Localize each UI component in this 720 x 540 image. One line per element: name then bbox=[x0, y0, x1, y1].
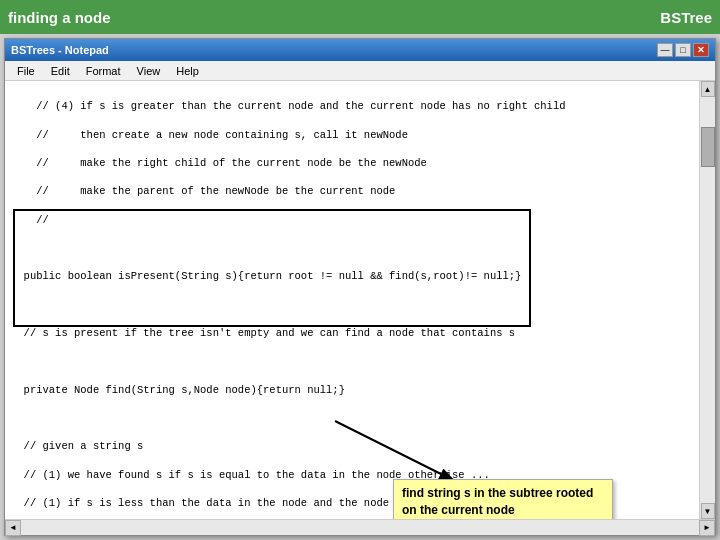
code-line: // (4) if s is greater than the current … bbox=[11, 99, 693, 113]
menu-file[interactable]: File bbox=[9, 63, 43, 79]
menu-view[interactable]: View bbox=[129, 63, 169, 79]
callout-text: find string s in the subtree rooted on t… bbox=[402, 486, 593, 517]
scroll-up-arrow[interactable]: ▲ bbox=[701, 81, 715, 97]
code-line: // make the parent of the newNode be the… bbox=[11, 184, 693, 198]
code-line bbox=[11, 298, 693, 312]
top-header-bar: finding a node BSTree bbox=[0, 0, 720, 34]
code-content[interactable]: // (4) if s is greater than the current … bbox=[5, 81, 699, 519]
scroll-thumb[interactable] bbox=[701, 127, 715, 167]
scroll-down-arrow[interactable]: ▼ bbox=[701, 503, 715, 519]
code-line bbox=[11, 354, 693, 368]
window-titlebar: BSTrees - Notepad — □ ✕ bbox=[5, 39, 715, 61]
notepad-window: BSTrees - Notepad — □ ✕ File Edit Format… bbox=[4, 38, 716, 536]
close-button[interactable]: ✕ bbox=[693, 43, 709, 57]
code-line: // make the right child of the current n… bbox=[11, 156, 693, 170]
header-title: finding a node bbox=[8, 9, 111, 26]
window-title: BSTrees - Notepad bbox=[11, 44, 109, 56]
scroll-h-track[interactable] bbox=[21, 520, 699, 535]
code-line: // s is present if the tree isn't empty … bbox=[11, 326, 693, 340]
menu-help[interactable]: Help bbox=[168, 63, 207, 79]
menu-edit[interactable]: Edit bbox=[43, 63, 78, 79]
header-right-title: BSTree bbox=[660, 9, 712, 26]
window-controls: — □ ✕ bbox=[657, 43, 709, 57]
callout-box: find string s in the subtree rooted on t… bbox=[393, 479, 613, 519]
code-line: private Node find(String s,Node node){re… bbox=[11, 383, 693, 397]
code-line bbox=[11, 241, 693, 255]
vertical-scrollbar[interactable]: ▲ ▼ bbox=[699, 81, 715, 519]
code-line: public boolean isPresent(String s){retur… bbox=[11, 269, 693, 283]
code-line: // then create a new node containing s, … bbox=[11, 128, 693, 142]
code-area: // (4) if s is greater than the current … bbox=[5, 81, 715, 519]
scroll-right-arrow[interactable]: ► bbox=[699, 520, 715, 536]
minimize-button[interactable]: — bbox=[657, 43, 673, 57]
horizontal-scrollbar[interactable]: ◄ ► bbox=[5, 519, 715, 535]
scroll-left-arrow[interactable]: ◄ bbox=[5, 520, 21, 536]
code-line bbox=[11, 411, 693, 425]
code-line: // bbox=[11, 213, 693, 227]
menubar: File Edit Format View Help bbox=[5, 61, 715, 81]
code-line: // given a string s bbox=[11, 439, 693, 453]
maximize-button[interactable]: □ bbox=[675, 43, 691, 57]
menu-format[interactable]: Format bbox=[78, 63, 129, 79]
